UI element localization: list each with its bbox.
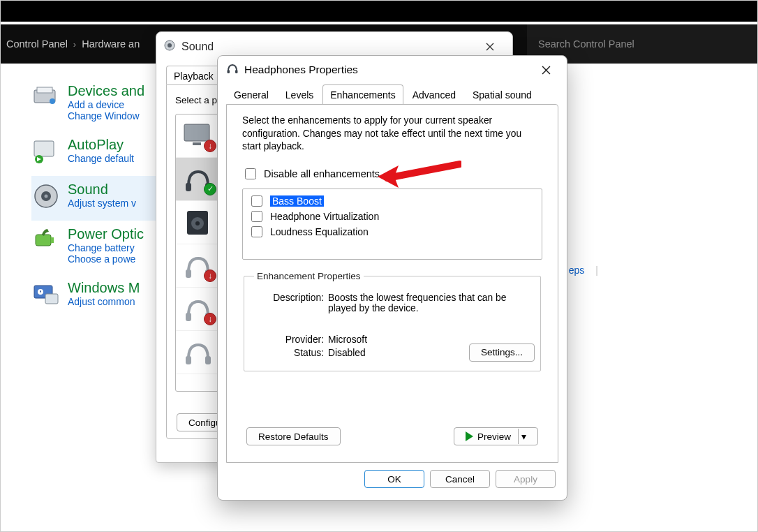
svg-rect-27 xyxy=(186,356,191,364)
provider-label: Provider: xyxy=(254,334,328,345)
headphones-icon: ✓ xyxy=(181,165,215,194)
link-adjust-common[interactable]: Adjust common xyxy=(68,296,140,307)
headphones-icon: ↓ xyxy=(181,251,215,281)
svg-point-15 xyxy=(168,43,172,47)
category-title: Sound xyxy=(68,182,136,198)
properties-titlebar: Headphones Properties xyxy=(218,56,567,84)
devices-printer-icon xyxy=(31,83,61,112)
unavailable-badge-icon: ↓ xyxy=(204,313,216,325)
description-value: Boosts the lowest frequencies that can b… xyxy=(328,293,530,313)
properties-title: Headphones Properties xyxy=(244,64,358,76)
enhancement-label: Loudness Equalization xyxy=(270,226,369,237)
breadcrumb-root[interactable]: Control Panel xyxy=(3,38,70,50)
tab-levels[interactable]: Levels xyxy=(278,84,321,105)
link-choose-power[interactable]: Choose a powe xyxy=(68,253,144,265)
enhancements-panel: Select the enhancements to apply for you… xyxy=(226,104,558,463)
link-change-default[interactable]: Change default xyxy=(68,153,134,164)
link-change-battery[interactable]: Change battery xyxy=(68,242,144,253)
enhancement-label: Bass Boost xyxy=(270,195,324,207)
search-placeholder: Search Control Panel xyxy=(538,38,634,50)
restore-defaults-button[interactable]: Restore Defaults xyxy=(246,427,341,445)
monitor-icon: ↓ xyxy=(181,121,215,151)
link-change-windows[interactable]: Change Window xyxy=(68,110,144,121)
preview-dropdown-icon[interactable]: ▾ xyxy=(518,429,526,444)
properties-tabs: General Levels Enhancements Advanced Spa… xyxy=(218,84,567,104)
group-legend: Enhancement Properties xyxy=(254,271,364,281)
preview-button[interactable]: Preview ▾ xyxy=(454,427,538,445)
link-add-device[interactable]: Add a device xyxy=(68,99,144,110)
svg-rect-12 xyxy=(45,294,58,304)
disable-all-input[interactable] xyxy=(245,168,256,179)
tab-playback[interactable]: Playback xyxy=(166,66,221,84)
enhancements-list[interactable]: Bass Boost Headphone Virtualization Loud… xyxy=(242,189,542,260)
ok-button[interactable]: OK xyxy=(364,470,424,488)
play-icon xyxy=(466,431,473,441)
svg-rect-23 xyxy=(186,269,191,278)
category-title: Devices and xyxy=(68,83,144,99)
preview-label: Preview xyxy=(477,431,511,442)
svg-rect-29 xyxy=(228,70,230,73)
headphone-virt-checkbox[interactable] xyxy=(251,211,262,222)
svg-rect-18 xyxy=(186,183,191,191)
svg-rect-30 xyxy=(235,70,238,73)
svg-rect-25 xyxy=(186,313,191,321)
chevron-right-icon[interactable]: › xyxy=(70,39,79,50)
svg-rect-28 xyxy=(205,356,211,364)
enhancement-properties-group: Enhancement Properties Description: Boos… xyxy=(244,271,541,371)
unavailable-badge-icon: ↓ xyxy=(204,140,216,152)
close-icon[interactable] xyxy=(530,60,561,80)
headphones-icon: ↓ xyxy=(181,295,215,324)
disable-all-label: Disable all enhancements xyxy=(264,168,380,179)
default-badge-icon: ✓ xyxy=(204,183,216,195)
enhancement-loudness-equalization[interactable]: Loudness Equalization xyxy=(248,224,536,239)
cancel-button[interactable]: Cancel xyxy=(430,470,490,488)
close-icon[interactable] xyxy=(475,37,505,57)
svg-rect-17 xyxy=(193,142,201,145)
enhancement-label: Headphone Virtualization xyxy=(270,211,379,222)
tab-advanced[interactable]: Advanced xyxy=(405,84,463,105)
battery-icon xyxy=(31,226,61,256)
speaker-icon xyxy=(31,182,61,211)
svg-rect-16 xyxy=(184,124,209,141)
bass-boost-checkbox[interactable] xyxy=(251,195,262,207)
svg-rect-3 xyxy=(34,141,54,156)
dialog-button-row: OK Cancel Apply xyxy=(218,463,567,499)
autoplay-icon xyxy=(31,137,61,166)
description-label: Description: xyxy=(254,293,328,313)
headphones-app-icon xyxy=(226,62,239,77)
truncated-link[interactable]: eps| xyxy=(569,265,598,276)
mobility-center-icon xyxy=(31,280,61,309)
category-title: Windows M xyxy=(68,280,140,296)
category-title: Power Optic xyxy=(68,226,144,242)
tab-general[interactable]: General xyxy=(226,84,276,105)
breadcrumb-hardware[interactable]: Hardware an xyxy=(79,38,142,50)
status-label: Status: xyxy=(254,348,328,358)
headphones-properties-dialog: Headphones Properties General Levels Enh… xyxy=(217,55,567,501)
headphones-icon xyxy=(181,338,215,367)
disable-all-checkbox[interactable]: Disable all enhancements xyxy=(242,166,542,182)
svg-point-2 xyxy=(50,98,55,104)
enhancement-headphone-virtualization[interactable]: Headphone Virtualization xyxy=(248,209,536,224)
svg-rect-9 xyxy=(36,235,51,246)
tab-enhancements[interactable]: Enhancements xyxy=(322,84,403,105)
sound-app-icon xyxy=(163,39,176,54)
enhancements-instruction: Select the enhancements to apply for you… xyxy=(242,114,542,154)
category-title: AutoPlay xyxy=(68,137,134,153)
svg-point-8 xyxy=(45,195,48,198)
svg-rect-10 xyxy=(51,237,54,243)
tab-spatial-sound[interactable]: Spatial sound xyxy=(465,84,540,105)
enhancement-bass-boost[interactable]: Bass Boost xyxy=(248,193,536,209)
speaker-box-icon xyxy=(181,208,215,237)
link-adjust-volume[interactable]: Adjust system v xyxy=(68,198,136,209)
apply-button[interactable]: Apply xyxy=(496,470,556,488)
window-titlebar xyxy=(1,1,757,22)
unavailable-badge-icon: ↓ xyxy=(204,269,216,282)
svg-point-22 xyxy=(195,221,200,226)
svg-rect-1 xyxy=(37,87,52,93)
settings-button[interactable]: Settings... xyxy=(469,343,535,362)
sound-dialog-title: Sound xyxy=(181,40,214,53)
loudness-eq-checkbox[interactable] xyxy=(251,226,262,237)
